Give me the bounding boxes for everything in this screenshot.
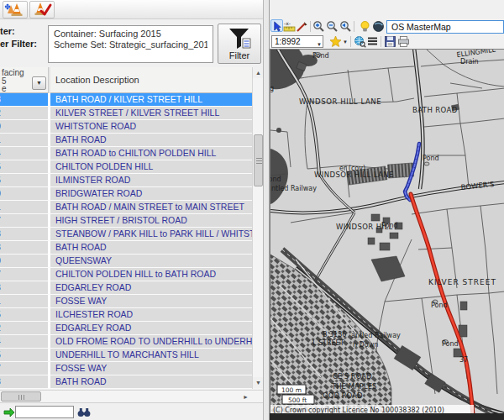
row-id: 0 <box>0 187 48 200</box>
table-row[interactable]: 2EDGARLEY ROAD <box>0 322 252 335</box>
row-id: 8 <box>0 93 48 106</box>
layers-list-button[interactable] <box>366 35 379 48</box>
filter-label-fragment: ter: <box>0 26 15 36</box>
row-location: UNDERHILL TO MARCHANTS HILL <box>48 349 252 361</box>
filter-summary-box: Container: Surfacing 2015 Scheme Set: St… <box>48 25 213 63</box>
zoom-in-icon <box>312 20 325 33</box>
row-location: BATH ROAD <box>48 134 252 146</box>
row-location: OLD FROME ROAD TO UNDERHILL to UNDERHILL <box>48 335 252 348</box>
map-toolbar: -x- <box>270 18 504 49</box>
measure-tool-button[interactable]: -x- <box>283 20 296 33</box>
table-row[interactable]: 5CHILTON POLDEN HILL <box>0 160 252 174</box>
horizontal-scroll-thumb[interactable] <box>1 391 41 402</box>
row-id: 2 <box>0 107 48 119</box>
svg-text:500 ft: 500 ft <box>288 396 307 404</box>
row-id: 5 <box>0 160 48 173</box>
row-id: 1 <box>0 201 48 213</box>
favorites-button[interactable] <box>329 35 342 48</box>
table-row[interactable]: 5ILMINSTER ROAD <box>0 174 252 187</box>
globe-search-icon <box>354 35 366 48</box>
print-map-button[interactable] <box>397 35 410 48</box>
row-location: BRIDGWATER ROAD <box>48 187 252 200</box>
table-row[interactable]: 8STEANBOW / PARK HILL to PARK HILL / WHI… <box>0 228 252 241</box>
table-row[interactable]: 3BATH ROAD <box>0 241 252 255</box>
pen-icon <box>296 20 308 33</box>
favorites-dropdown-arrow-icon[interactable]: ▼ <box>343 39 348 45</box>
table-row[interactable]: 7HIGH STREET / BRISTOL ROAD <box>0 214 252 228</box>
table-row[interactable]: 5ILCHESTER ROAD <box>0 308 252 322</box>
filter-button[interactable]: Filter <box>218 24 261 64</box>
row-location: BATH ROAD <box>48 375 252 388</box>
lightbulb-icon <box>359 20 371 33</box>
scroll-right-button[interactable]: ► <box>240 391 251 402</box>
row-id: 3 <box>0 375 48 388</box>
svg-text:THE MAPLES: THE MAPLES <box>331 382 376 391</box>
main-toolbar <box>0 0 263 19</box>
row-location: KILVER STREET / KILVER STREET HILL <box>48 107 252 119</box>
table-vertical-scrollbar[interactable]: ▲ ▼ <box>252 67 263 389</box>
table-row[interactable]: 0QUEENSWAY <box>0 255 252 268</box>
zoom-previous-icon <box>339 20 352 33</box>
row-id: 5 <box>0 349 48 361</box>
vertical-scroll-thumb[interactable] <box>254 134 263 186</box>
row-location: BATH ROAD / KILVER STREET HILL <box>48 93 252 106</box>
row-location: BATH ROAD to CHILTON POLDEN HILL <box>48 147 252 160</box>
map-scale-input[interactable]: 1:8992 ▼ <box>271 35 323 48</box>
row-id: 5 <box>0 308 48 321</box>
map-layer-globe-button[interactable] <box>372 20 385 33</box>
table-row[interactable]: 1BATH ROAD <box>0 134 252 147</box>
traffic-cones-move-button[interactable] <box>3 1 28 18</box>
zoom-out-button[interactable] <box>326 20 339 33</box>
table-row[interactable]: 5UNDERHILL TO MARCHANTS HILL <box>0 349 252 362</box>
table-row[interactable]: 8BATH ROAD / KILVER STREET HILL <box>0 93 252 107</box>
svg-text:-x-: -x- <box>284 20 291 26</box>
svg-text:Pond: Pond <box>423 155 439 162</box>
row-location: CHILTON POLDEN HILL to BATH ROAD <box>48 268 252 281</box>
table-row[interactable]: 2KILVER STREET / KILVER STREET HILL <box>0 107 252 120</box>
zoom-in-button[interactable] <box>312 20 325 33</box>
zoom-previous-button[interactable] <box>339 20 352 33</box>
row-location: EDGARLEY ROAD <box>48 322 252 334</box>
go-arrow-icon[interactable] <box>3 406 15 419</box>
table-row[interactable]: 0WHITSTONE ROAD <box>0 120 252 134</box>
quick-find-input[interactable] <box>15 406 74 418</box>
row-id: 3 <box>0 241 48 254</box>
basemap-combo[interactable]: OS MasterMap <box>386 20 504 34</box>
svg-text:100 m: 100 m <box>281 386 302 394</box>
table-row[interactable]: 4OLD FROME ROAD TO UNDERHILL to UNDERHIL… <box>0 335 252 349</box>
table-row[interactable]: 7CHILTON POLDEN HILL to BATH ROAD <box>0 268 252 281</box>
panel-splitter[interactable] <box>263 0 270 420</box>
column-filter-dropdown-button[interactable]: ▼ <box>32 76 46 90</box>
row-id: 5 <box>0 174 48 186</box>
table-row[interactable]: 0BRIDGWATER ROAD <box>0 187 252 201</box>
highlight-toggle-button[interactable] <box>359 20 371 33</box>
traffic-cones-move-icon <box>3 2 27 18</box>
row-location: ILMINSTER ROAD <box>48 174 252 186</box>
map-canvas[interactable]: Pond ELLINGMILL Drain WINDSOR HILL LANE … <box>270 49 504 413</box>
map-bottom-edge <box>270 413 504 420</box>
map-search-button[interactable] <box>354 35 366 48</box>
select-tool-button[interactable] <box>270 19 283 32</box>
table-row[interactable]: 3BATH ROAD <box>0 375 252 389</box>
svg-text:OOD ROAD: OOD ROAD <box>323 391 363 400</box>
filter-container-value: Container: Surfacing 2015 <box>54 29 207 39</box>
table-row[interactable]: 1FOSSE WAY <box>0 295 252 308</box>
traffic-cone-approve-button[interactable] <box>29 1 55 18</box>
table-row[interactable]: 4BATH ROAD to CHILTON POLDEN HILL <box>0 147 252 160</box>
map-scale-value: 1:8992 <box>275 37 301 46</box>
scheme-table: 8BATH ROAD / KILVER STREET HILL 2KILVER … <box>0 93 252 389</box>
table-row[interactable]: 1BATH ROAD / MAIN STREET to MAIN STREET <box>0 201 252 214</box>
cursor-arrow-icon <box>271 21 282 32</box>
row-location: WHITSTONE ROAD <box>48 120 252 133</box>
row-id: 1 <box>0 295 48 307</box>
table-row[interactable]: 7FOSSE WAY <box>0 362 252 375</box>
slope-pen-tool-button[interactable] <box>296 20 308 33</box>
svg-text:BATH ROAD: BATH ROAD <box>412 106 458 114</box>
thumb-grip <box>256 158 262 159</box>
table-row[interactable]: 3EDGARLEY ROAD <box>0 281 252 295</box>
binoculars-find-icon[interactable] <box>77 407 91 418</box>
save-map-button[interactable] <box>384 35 396 48</box>
row-id: 7 <box>0 268 48 281</box>
table-horizontal-scrollbar[interactable]: ► <box>0 390 263 402</box>
col1-header-fragment-3: e <box>2 85 7 93</box>
